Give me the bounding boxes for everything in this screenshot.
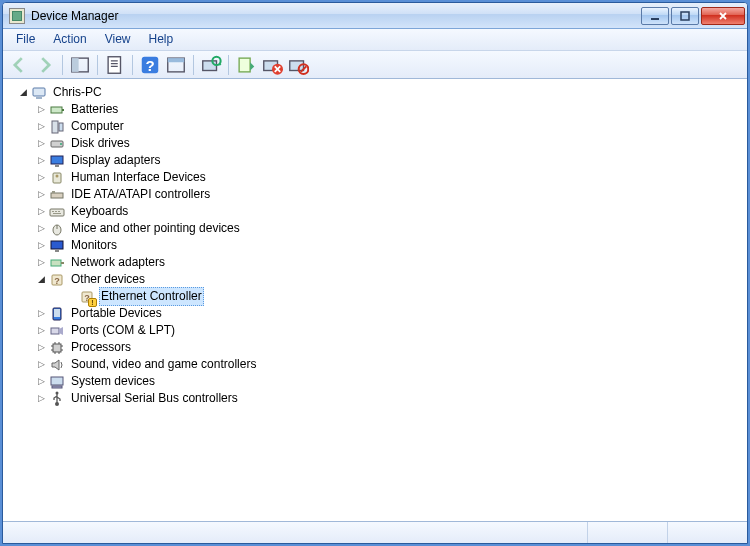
node-label[interactable]: Mice and other pointing devices xyxy=(69,220,242,237)
uninstall-button[interactable] xyxy=(260,54,284,76)
expand-toggle[interactable]: ▷ xyxy=(35,155,47,167)
svg-rect-23 xyxy=(51,107,62,113)
svg-point-65 xyxy=(55,402,59,406)
minimize-button[interactable] xyxy=(641,7,669,25)
expand-toggle[interactable]: ▷ xyxy=(35,189,47,201)
node-label[interactable]: Other devices xyxy=(69,271,147,288)
node-label[interactable]: Chris-PC xyxy=(51,84,104,101)
computer-icon xyxy=(31,85,47,101)
device-node-ethernet-controller[interactable]: ?!Ethernet Controller xyxy=(3,288,747,305)
collapse-toggle[interactable]: ◢ xyxy=(35,274,47,286)
category-node[interactable]: ▷Keyboards xyxy=(3,203,747,220)
back-button xyxy=(7,54,31,76)
category-node[interactable]: ▷Mice and other pointing devices xyxy=(3,220,747,237)
svg-rect-25 xyxy=(52,121,58,133)
action-properties-button[interactable] xyxy=(164,54,188,76)
category-node[interactable]: ▷System devices xyxy=(3,373,747,390)
svg-rect-43 xyxy=(55,250,59,252)
expand-toggle[interactable]: ▷ xyxy=(35,325,47,337)
device-tree-panel[interactable]: ◢Chris-PC▷Batteries▷Computer▷Disk drives… xyxy=(3,79,747,521)
mouse-icon xyxy=(49,221,65,237)
toolbar-separator xyxy=(62,55,63,75)
category-node[interactable]: ▷Monitors xyxy=(3,237,747,254)
menu-view[interactable]: View xyxy=(96,29,140,50)
node-label[interactable]: Human Interface Devices xyxy=(69,169,208,186)
status-cell xyxy=(3,522,587,543)
node-label[interactable]: Keyboards xyxy=(69,203,130,220)
battery-icon xyxy=(49,102,65,118)
expand-toggle[interactable]: ▷ xyxy=(35,308,47,320)
close-button[interactable] xyxy=(701,7,745,25)
category-node[interactable]: ▷Network adapters xyxy=(3,254,747,271)
app-icon xyxy=(9,8,25,24)
maximize-button[interactable] xyxy=(671,7,699,25)
category-node[interactable]: ▷IDE ATA/ATAPI controllers xyxy=(3,186,747,203)
node-label[interactable]: Universal Serial Bus controllers xyxy=(69,390,240,407)
scan-hardware-button[interactable] xyxy=(199,54,223,76)
expand-toggle[interactable]: ▷ xyxy=(35,240,47,252)
node-label[interactable]: Portable Devices xyxy=(69,305,164,322)
ide-icon xyxy=(49,187,65,203)
category-node[interactable]: ▷Sound, video and game controllers xyxy=(3,356,747,373)
expand-toggle[interactable]: ▷ xyxy=(35,138,47,150)
node-label[interactable]: Disk drives xyxy=(69,135,132,152)
expand-toggle[interactable]: ▷ xyxy=(35,121,47,133)
show-hide-console-tree-button[interactable] xyxy=(68,54,92,76)
cpu-icon xyxy=(49,340,65,356)
expand-toggle[interactable]: ▷ xyxy=(35,223,47,235)
toolbar-separator xyxy=(228,55,229,75)
svg-rect-51 xyxy=(54,309,60,317)
menu-action[interactable]: Action xyxy=(44,29,95,50)
node-label[interactable]: Monitors xyxy=(69,237,119,254)
expand-toggle[interactable]: ▷ xyxy=(35,393,47,405)
collapse-toggle[interactable]: ◢ xyxy=(17,87,29,99)
svg-rect-36 xyxy=(52,211,54,212)
disable-button[interactable] xyxy=(286,54,310,76)
properties-button[interactable] xyxy=(103,54,127,76)
node-label[interactable]: System devices xyxy=(69,373,157,390)
svg-rect-1 xyxy=(681,12,689,20)
expand-toggle[interactable]: ▷ xyxy=(35,342,47,354)
port-icon xyxy=(49,323,65,339)
expand-toggle[interactable]: ▷ xyxy=(35,376,47,388)
category-node[interactable]: ▷Disk drives xyxy=(3,135,747,152)
svg-point-32 xyxy=(56,174,59,177)
root-node[interactable]: ◢Chris-PC xyxy=(3,84,747,101)
expand-toggle[interactable]: ▷ xyxy=(35,172,47,184)
node-label[interactable]: IDE ATA/ATAPI controllers xyxy=(69,186,212,203)
category-node[interactable]: ◢?Other devices xyxy=(3,271,747,288)
category-node[interactable]: ▷Ports (COM & LPT) xyxy=(3,322,747,339)
category-node[interactable]: ▷Display adapters xyxy=(3,152,747,169)
expand-toggle[interactable]: ▷ xyxy=(35,206,47,218)
category-node[interactable]: ▷Portable Devices xyxy=(3,305,747,322)
category-node[interactable]: ▷Human Interface Devices xyxy=(3,169,747,186)
monitor-icon xyxy=(49,238,65,254)
menu-file[interactable]: File xyxy=(7,29,44,50)
node-label[interactable]: Ports (COM & LPT) xyxy=(69,322,177,339)
expand-toggle[interactable]: ▷ xyxy=(35,257,47,269)
expand-toggle[interactable]: ▷ xyxy=(35,104,47,116)
node-label[interactable]: Computer xyxy=(69,118,126,135)
window-title: Device Manager xyxy=(31,9,641,23)
help-button[interactable]: ? xyxy=(138,54,162,76)
toolbar-separator xyxy=(193,55,194,75)
svg-rect-38 xyxy=(58,211,60,212)
titlebar: Device Manager xyxy=(3,3,747,29)
node-label[interactable]: Processors xyxy=(69,339,133,356)
category-node[interactable]: ▷Processors xyxy=(3,339,747,356)
node-label[interactable]: Sound, video and game controllers xyxy=(69,356,258,373)
node-label[interactable]: Ethernet Controller xyxy=(99,287,204,306)
svg-rect-0 xyxy=(651,18,659,20)
expand-toggle[interactable]: ▷ xyxy=(35,359,47,371)
menu-help[interactable]: Help xyxy=(140,29,183,50)
node-label[interactable]: Batteries xyxy=(69,101,120,118)
node-label[interactable]: Network adapters xyxy=(69,254,167,271)
update-driver-button[interactable] xyxy=(234,54,258,76)
category-node[interactable]: ▷Batteries xyxy=(3,101,747,118)
node-label[interactable]: Display adapters xyxy=(69,152,162,169)
category-node[interactable]: ▷Computer xyxy=(3,118,747,135)
category-node[interactable]: ▷Universal Serial Bus controllers xyxy=(3,390,747,407)
svg-rect-12 xyxy=(203,60,217,70)
svg-rect-37 xyxy=(55,211,57,212)
svg-rect-42 xyxy=(51,241,63,249)
